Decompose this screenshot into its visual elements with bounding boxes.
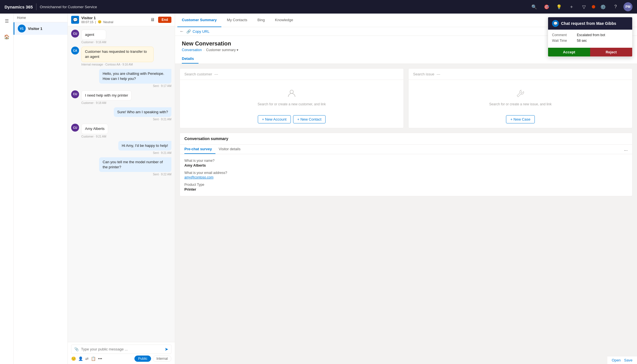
target-icon[interactable]: 🎯 xyxy=(542,2,551,11)
conversation-summary-title: Conversation summary xyxy=(180,133,632,145)
message-time: Customer · 9:16 AM xyxy=(81,41,106,44)
tab-knowledge[interactable]: Knowledge xyxy=(270,14,298,27)
notification-title: Chat request from Mae Gibbs xyxy=(561,21,616,26)
visitor-details-tab[interactable]: Visitor details xyxy=(219,145,244,154)
copy-url-button[interactable]: 🔗 Copy URL xyxy=(186,29,210,34)
chat-input-row: 📎 ➤ xyxy=(71,345,171,354)
help-icon[interactable]: ? xyxy=(611,2,620,11)
svg-point-0 xyxy=(290,90,293,93)
chat-meta: 00:07:15 | 😐 Neutral xyxy=(81,20,148,24)
conversation-summary-tabs: Pre-chat survey Visitor details ... xyxy=(180,145,632,154)
back-button[interactable]: ← xyxy=(180,29,184,34)
nav-divider xyxy=(36,3,36,10)
visitor-name: Visitor 1 xyxy=(28,27,42,31)
cu-avatar: CU xyxy=(71,30,79,38)
message-row-agent4: Can you tell me the model number of the … xyxy=(71,157,171,176)
plus-icon[interactable]: ＋ xyxy=(567,2,576,11)
end-chat-button[interactable]: End xyxy=(158,17,171,23)
visitor-chat-item[interactable]: V1 Visitor 1 xyxy=(14,22,67,35)
message-content-agent3: Hi Amy, I'd be happy to help! Sent · 9:2… xyxy=(118,141,171,154)
ca-avatar: CA xyxy=(71,47,79,55)
message-time-agent3: Sent · 9:21 AM xyxy=(153,151,171,154)
field-name-value: Amy Alberts xyxy=(184,163,628,167)
sentiment-icon: 😐 xyxy=(98,20,102,24)
internal-tab-button[interactable]: Internal xyxy=(153,356,171,362)
breadcrumb-conversation[interactable]: Conversation xyxy=(182,48,202,52)
field-product-value: Printer xyxy=(184,187,628,191)
link-icon: 🔗 xyxy=(186,29,191,34)
message-time-agent4: Sent · 9:22 AM xyxy=(153,173,171,176)
screen-icon[interactable]: 🖥 xyxy=(150,17,155,22)
wrench-icon xyxy=(516,89,525,100)
message-content-internal: Customer has requested to transfer to an… xyxy=(81,47,154,66)
filter-icon[interactable]: ▽ xyxy=(579,2,588,11)
notification-chat-icon: 💬 xyxy=(552,20,559,27)
bulb-icon[interactable]: 💡 xyxy=(555,2,564,11)
chat-message-input[interactable] xyxy=(81,347,162,351)
settings-icon[interactable]: ⚙️ xyxy=(599,2,608,11)
chat-notification: 💬 Chat request from Mae Gibbs Comment Es… xyxy=(548,17,632,57)
more-tabs-button[interactable]: ... xyxy=(624,147,628,152)
save-button[interactable]: Save xyxy=(624,358,632,362)
prechat-survey-tab[interactable]: Pre-chat survey xyxy=(184,145,215,154)
field-name-label: What is your name? xyxy=(184,159,628,163)
message-type-tabs: Public Internal xyxy=(134,356,171,362)
agent-button[interactable]: 👤 xyxy=(78,356,83,361)
field-email-label: What is your email address? xyxy=(184,171,628,175)
home-label: Home xyxy=(17,16,26,20)
user-avatar[interactable]: PM xyxy=(623,2,632,11)
field-product-label: Product Type xyxy=(184,183,628,187)
divider-dot: | xyxy=(95,20,96,24)
chat-header-info: Visitor 1 00:07:15 | 😐 Neutral xyxy=(81,16,148,24)
reject-button[interactable]: Reject xyxy=(590,48,632,56)
new-account-button[interactable]: + New Account xyxy=(258,115,291,123)
customer-bubble: I need help with my printer xyxy=(81,90,132,101)
chat-timer: 00:07:15 xyxy=(81,20,93,24)
emoji-button[interactable]: 🙂 xyxy=(71,356,76,361)
note-button[interactable]: 📋 xyxy=(91,356,96,361)
notification-header: 💬 Chat request from Mae Gibbs xyxy=(548,17,632,30)
notification-wait-label: Wait Time xyxy=(552,39,575,43)
content-area: Customer Summary My Contacts Bing Knowle… xyxy=(175,14,637,364)
attachment-icon[interactable]: 📎 xyxy=(74,347,79,351)
bottom-bar: Open Save xyxy=(607,356,637,364)
tab-customer-summary[interactable]: Customer Summary xyxy=(177,14,221,27)
open-button[interactable]: Open xyxy=(612,358,621,362)
home-nav-item[interactable]: 🏠 xyxy=(2,32,12,42)
customer-card-actions: + New Account + New Contact xyxy=(180,115,403,128)
notification-comment-value: Escalated from bot xyxy=(577,33,605,37)
cu-avatar-3: CU xyxy=(71,124,79,132)
message-row-internal: CA Customer has requested to transfer to… xyxy=(71,47,171,66)
left-sidebar: ☰ 🏠 xyxy=(0,14,14,364)
search-icon[interactable]: 🔍 xyxy=(530,2,539,11)
message-content: agent Customer · 9:16 AM xyxy=(81,30,106,44)
breadcrumb-customer-summary: Customer summary ▾ xyxy=(206,48,238,52)
chat-header: 💬 Visitor 1 00:07:15 | 😐 Neutral 🖥 End xyxy=(68,14,175,26)
hamburger-menu[interactable]: ☰ xyxy=(2,16,12,26)
issue-card-empty: Search for or create a new issue, and li… xyxy=(409,80,632,115)
message-time-agent2: Sent · 9:21 AM xyxy=(153,118,171,121)
amy-bubble: Amy Alberts xyxy=(81,124,108,134)
more-button[interactable]: ••• xyxy=(98,356,102,361)
message-row-agent3: Hi Amy, I'd be happy to help! Sent · 9:2… xyxy=(71,141,171,154)
message-content-agent4: Can you tell me the model number of the … xyxy=(99,157,171,176)
new-contact-button[interactable]: + New Contact xyxy=(293,115,326,123)
message-content-agent2: Sure! Who am I speaking with? Sent · 9:2… xyxy=(114,107,171,121)
chat-toolbar: 🙂 👤 ⇄ 📋 ••• Public Internal xyxy=(71,354,171,362)
send-icon[interactable]: ➤ xyxy=(165,346,168,352)
tab-my-contacts[interactable]: My Contacts xyxy=(222,14,252,27)
tab-bing[interactable]: Bing xyxy=(253,14,269,27)
notification-actions: Accept Reject xyxy=(548,48,632,56)
details-tab-item[interactable]: Details xyxy=(182,54,198,64)
chat-type-icon: 💬 xyxy=(71,16,79,24)
public-tab-button[interactable]: Public xyxy=(134,356,151,362)
chat-panel: 💬 Visitor 1 00:07:15 | 😐 Neutral 🖥 End C… xyxy=(68,14,175,364)
field-email-value[interactable]: amy@contoso.com xyxy=(184,175,628,179)
new-case-button[interactable]: + New Case xyxy=(506,115,535,123)
notification-comment-label: Comment xyxy=(552,33,575,37)
chat-input-area: 📎 ➤ 🙂 👤 ⇄ 📋 ••• Public Internal xyxy=(68,342,175,364)
transfer-button[interactable]: ⇄ xyxy=(85,356,89,361)
visitor-avatar: V1 xyxy=(18,25,26,32)
issue-search-row: Search issue --- xyxy=(409,69,632,80)
accept-button[interactable]: Accept xyxy=(548,48,590,56)
